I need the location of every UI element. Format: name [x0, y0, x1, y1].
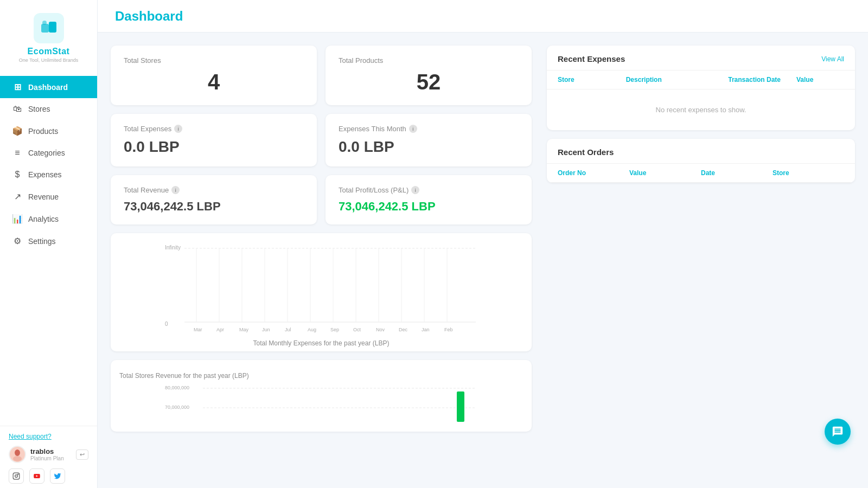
user-info: trablos Platinum Plan [30, 447, 72, 461]
total-stores-card: Total Stores 4 [111, 46, 317, 105]
user-plan: Platinum Plan [30, 455, 72, 461]
expenses-chart-title: Total Monthly Expenses for the past year… [119, 339, 523, 347]
sidebar-item-label: Categories [28, 149, 65, 157]
total-products-card: Total Products 52 [326, 46, 532, 105]
avatar [9, 446, 26, 463]
stats-row-1: Total Stores 4 Total Products 52 [111, 46, 532, 105]
sidebar-bottom: Need support? trablos Platinum Plan ↩ [0, 426, 97, 488]
col-order-date: Date [701, 169, 773, 177]
sidebar: EcomStat One Tool, Unlimited Brands ⊞ Da… [0, 0, 98, 488]
sidebar-item-label: Products [28, 127, 58, 136]
expenses-month-card: Expenses This Month i 0.0 LBP [326, 114, 532, 166]
total-revenue-info-icon[interactable]: i [171, 186, 180, 194]
svg-text:Dec: Dec [399, 327, 408, 332]
revenue-chart-container: Total Stores Revenue for the past year (… [111, 360, 532, 432]
user-name: trablos [30, 447, 72, 455]
sidebar-item-label: Expenses [28, 170, 61, 179]
sidebar-item-label: Revenue [28, 192, 59, 201]
svg-text:Oct: Oct [353, 327, 361, 332]
total-revenue-label: Total Revenue i [124, 186, 304, 194]
recent-orders-title: Recent Orders [558, 147, 614, 157]
total-products-label: Total Products [339, 56, 519, 65]
svg-point-7 [15, 475, 18, 478]
total-profit-value: 73,046,242.5 LBP [339, 200, 519, 214]
svg-text:Infinity: Infinity [165, 245, 181, 251]
recent-expenses-panel: Recent Expenses View All Store Descripti… [547, 46, 855, 130]
svg-point-2 [42, 21, 47, 25]
col-order-value: Value [629, 169, 701, 177]
revenue-chart-title: Total Stores Revenue for the past year (… [119, 372, 523, 380]
avatar-image [10, 447, 25, 462]
total-profit-label: Total Profit/Loss (P&L) i [339, 186, 519, 194]
sidebar-item-expenses[interactable]: $ Expenses [0, 164, 97, 185]
sidebar-item-revenue[interactable]: ↗ Revenue [0, 185, 97, 208]
col-store: Store [558, 76, 626, 84]
sidebar-item-label: Dashboard [28, 83, 68, 92]
recent-expenses-header: Recent Expenses View All [547, 46, 855, 70]
expenses-month-info-icon[interactable]: i [409, 125, 417, 133]
sidebar-item-label: Settings [28, 237, 56, 246]
dashboard-right: Recent Expenses View All Store Descripti… [542, 33, 868, 488]
sidebar-item-stores[interactable]: 🛍 Stores [0, 98, 97, 120]
svg-text:Jan: Jan [422, 327, 430, 332]
total-profit-info-icon[interactable]: i [411, 186, 419, 194]
logo-box [34, 13, 64, 43]
orders-table-header: Order No Value Date Store [547, 164, 855, 183]
total-revenue-card: Total Revenue i 73,046,242.5 LBP [111, 175, 317, 224]
svg-text:Apr: Apr [216, 327, 224, 332]
instagram-icon[interactable] [9, 468, 24, 484]
chat-fab-button[interactable] [825, 419, 851, 445]
expenses-icon: $ [12, 170, 23, 179]
content-area: Total Stores 4 Total Products 52 Total E… [98, 33, 868, 488]
recent-orders-header: Recent Orders [547, 139, 855, 164]
svg-rect-1 [49, 22, 56, 33]
svg-point-4 [15, 450, 20, 456]
topbar: Dashboard [98, 0, 868, 33]
sidebar-item-settings[interactable]: ⚙ Settings [0, 230, 97, 252]
need-support-link[interactable]: Need support? [9, 433, 88, 440]
social-icons [9, 468, 88, 484]
sidebar-item-categories[interactable]: ≡ Categories [0, 142, 97, 164]
nav-menu: ⊞ Dashboard 🛍 Stores 📦 Products ≡ Catego… [0, 72, 97, 426]
expenses-month-label: Expenses This Month i [339, 125, 519, 133]
svg-text:70,000,000: 70,000,000 [165, 404, 189, 410]
expenses-table-header: Store Description Transaction Date Value [547, 70, 855, 89]
analytics-icon: 📊 [12, 214, 23, 224]
revenue-chart: 80,000,000 70,000,000 [119, 382, 523, 425]
stats-row-2: Total Expenses i 0.0 LBP Expenses This M… [111, 114, 532, 166]
svg-text:Mar: Mar [194, 327, 202, 332]
svg-text:Sep: Sep [330, 327, 339, 332]
sidebar-item-products[interactable]: 📦 Products [0, 120, 97, 142]
expenses-month-value: 0.0 LBP [339, 138, 519, 156]
svg-point-5 [13, 456, 22, 461]
dashboard-icon: ⊞ [12, 82, 23, 92]
twitter-icon[interactable] [50, 468, 65, 484]
sidebar-item-label: Stores [28, 105, 50, 113]
logout-button[interactable]: ↩ [76, 450, 88, 460]
youtube-icon[interactable] [29, 468, 44, 484]
svg-text:May: May [239, 327, 249, 332]
total-expenses-label: Total Expenses i [124, 125, 304, 133]
total-products-value: 52 [339, 70, 519, 94]
view-all-expenses-link[interactable]: View All [821, 55, 844, 63]
stats-row-3: Total Revenue i 73,046,242.5 LBP Total P… [111, 175, 532, 224]
svg-text:80,000,000: 80,000,000 [165, 385, 189, 390]
svg-text:Nov: Nov [376, 327, 385, 332]
expenses-chart: Infinity 0 Mar Apr May Jun Jul Aug Sep O… [119, 242, 523, 334]
sidebar-item-label: Analytics [28, 215, 59, 223]
total-profit-card: Total Profit/Loss (P&L) i 73,046,242.5 L… [326, 175, 532, 224]
col-transaction-date: Transaction Date [728, 76, 796, 84]
total-revenue-value: 73,046,242.5 LBP [124, 200, 304, 214]
svg-rect-0 [41, 24, 49, 33]
no-expenses-message: No recent expenses to show. [547, 89, 855, 130]
sidebar-item-analytics[interactable]: 📊 Analytics [0, 208, 97, 230]
col-description: Description [626, 76, 729, 84]
col-order-store: Store [773, 169, 844, 177]
total-expenses-info-icon[interactable]: i [174, 125, 182, 133]
svg-rect-6 [13, 473, 20, 479]
total-expenses-card: Total Expenses i 0.0 LBP [111, 114, 317, 166]
svg-text:Feb: Feb [444, 327, 453, 332]
sidebar-item-dashboard[interactable]: ⊞ Dashboard [0, 76, 97, 98]
col-value: Value [796, 76, 844, 84]
total-stores-value: 4 [124, 70, 304, 94]
